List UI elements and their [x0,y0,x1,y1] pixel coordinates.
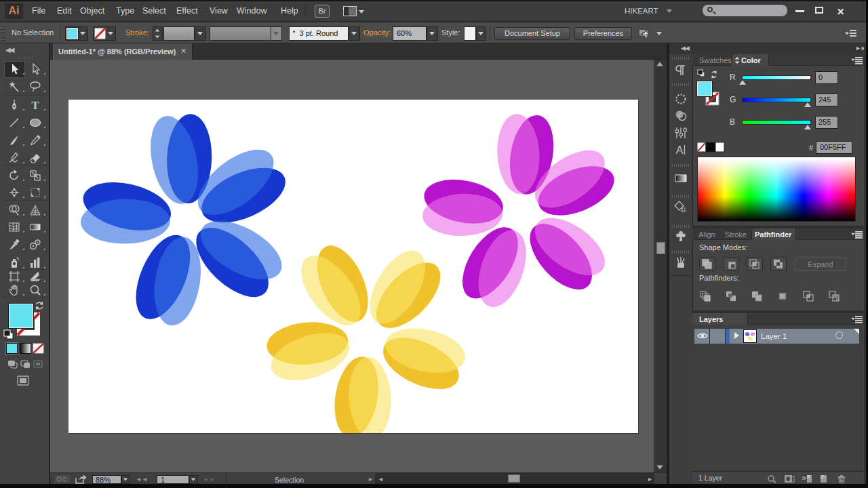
svg-text:T: T [31,99,39,111]
svg-text:A: A [676,144,684,156]
